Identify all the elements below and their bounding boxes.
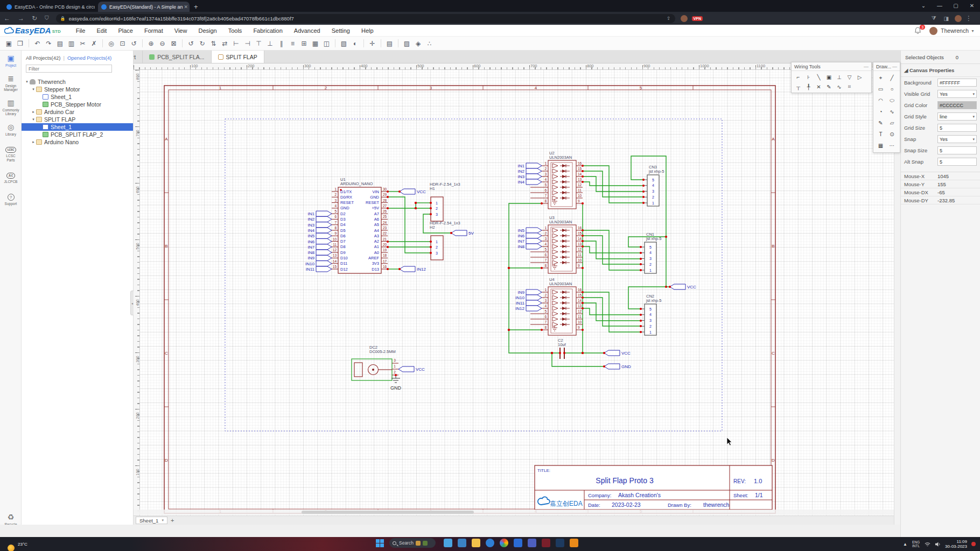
net-port-tool-icon[interactable]: ▷: [855, 72, 865, 82]
horizontal-scrollbar-thumb[interactable]: [302, 511, 474, 514]
distribute-horizontal-button[interactable]: ∥: [276, 38, 286, 48]
tree-item-pcb-stepper-motor[interactable]: PCB_Stepper Motor: [22, 101, 133, 108]
bom-button[interactable]: ▤: [384, 38, 395, 48]
taskbar-app-file-explorer[interactable]: [472, 539, 480, 547]
sidebar-item-support[interactable]: ?Support: [0, 187, 22, 209]
cut-button[interactable]: ✂: [78, 38, 88, 48]
history-button[interactable]: ↺: [129, 38, 139, 48]
search-button[interactable]: ◎: [106, 38, 116, 48]
component-u2-uln2003an[interactable]: U2ULN2003AN11621531441351261171089IN1IN2…: [518, 151, 583, 209]
property-input[interactable]: 5: [937, 158, 977, 166]
ground-tool-icon[interactable]: ▽: [844, 72, 855, 82]
copy-button[interactable]: ▤: [55, 38, 65, 48]
new-tab-button[interactable]: +: [194, 3, 198, 12]
component-u3-uln2003an[interactable]: U3ULN2003AN11621531441351261171089IN5IN6…: [518, 215, 583, 273]
select-tool-icon[interactable]: ⌖: [875, 72, 886, 83]
property-swatch[interactable]: #CCCCCC: [937, 101, 977, 109]
sidebar-item-project[interactable]: ▣Project: [0, 51, 22, 71]
flip-horizontal-button[interactable]: ⇄: [220, 38, 230, 48]
pie-tool-icon[interactable]: ◔: [875, 106, 886, 117]
zoom-out-button[interactable]: ⊖: [157, 38, 167, 48]
minimize-palette-icon[interactable]: —: [864, 64, 869, 69]
profile-avatar[interactable]: [955, 15, 962, 22]
sidebar-item-commonly-library[interactable]: ▥Commonly Library: [0, 95, 22, 119]
taskbar-app-task-view[interactable]: [444, 539, 452, 547]
tab-close-icon[interactable]: ✕: [183, 4, 190, 10]
rotate-left-button[interactable]: ↺: [186, 38, 196, 48]
net-flag-vcc-tool-icon[interactable]: ┬: [793, 82, 803, 91]
menu-fabrication[interactable]: Fabrication: [253, 27, 282, 34]
no-connect-tool-icon[interactable]: ✕: [814, 82, 824, 91]
doc-tab-split-flap[interactable]: SPLIT FLAP: [212, 51, 264, 63]
taskbar-app-teams[interactable]: [528, 539, 536, 547]
component-cn2-connector[interactable]: CN2jst xhp-554321: [641, 294, 661, 335]
user-name[interactable]: Thewrench: [941, 27, 969, 34]
weather-widget[interactable]: 23°C Haze: [8, 538, 27, 551]
wire-tool-icon[interactable]: ⌐: [793, 72, 803, 82]
net-flag-vcc[interactable]: VCC: [604, 350, 631, 356]
taskbar-app-edge[interactable]: [486, 539, 494, 547]
user-avatar[interactable]: [929, 27, 937, 35]
tray-chevron-icon[interactable]: ▲: [903, 542, 907, 547]
circle-tool-icon[interactable]: ○: [886, 83, 898, 95]
tree-item-split-flap[interactable]: ▾SPLIT FLAP: [22, 116, 133, 123]
menu-kebab-icon[interactable]: ⋮: [965, 15, 972, 22]
line-tool-icon[interactable]: ╱: [886, 72, 898, 83]
sheet-tab[interactable]: Sheet_1 ▾: [136, 517, 167, 524]
vpn-extension-icon[interactable]: VPN: [692, 16, 703, 21]
pencil-tool-icon[interactable]: ✎: [875, 117, 886, 129]
sidebar-item-library[interactable]: ◎Library: [0, 119, 22, 140]
property-input[interactable]: 5: [937, 146, 977, 154]
url-bar[interactable]: 🔒 easyeda.com/editor#id=168fe7eaf1374a15…: [56, 14, 675, 23]
net-flag-vcc[interactable]: VCC: [398, 366, 425, 372]
zoom-in-button[interactable]: ⊕: [146, 38, 156, 48]
menu-design[interactable]: Design: [198, 27, 216, 34]
net-flag-5v[interactable]: 5V: [451, 230, 474, 236]
share-icon[interactable]: ⇪: [667, 16, 671, 21]
sidebar-item-jlcpcb[interactable]: JLCJLCPCB: [0, 165, 22, 187]
canvas-properties-header[interactable]: ◢ Canvas Properties: [901, 64, 980, 77]
menu-file[interactable]: File: [76, 27, 86, 34]
tree-item-pcb-split-flap-2[interactable]: PCB_SPLIT FLAP_2: [22, 131, 133, 138]
component-cn1-connector[interactable]: CN1jst xhp-554321: [641, 232, 661, 273]
wave-tool-icon[interactable]: ∿: [886, 106, 898, 117]
net-flag-vcc[interactable]: VCC: [670, 284, 696, 289]
search-box[interactable]: Search: [389, 538, 436, 548]
taskbar-app-chrome[interactable]: [500, 539, 508, 547]
menu-place[interactable]: Place: [118, 27, 133, 34]
align-left-button[interactable]: ⊢: [231, 38, 241, 48]
image-export-button[interactable]: ▧: [339, 38, 349, 48]
component-u1-arduino-nano[interactable]: U1ARDUINO_NANO1D1/TX2D0/RX3RESET4GND5D2I…: [305, 177, 388, 273]
net-flag-in12[interactable]: IN12: [400, 266, 426, 272]
add-sheet-button[interactable]: +: [171, 517, 174, 524]
component-h2-header[interactable]: HDR-F-2.54_1x3H2123: [430, 221, 460, 260]
tab-search-icon[interactable]: ⌄: [915, 3, 932, 9]
zoom-window-button[interactable]: ⊡: [117, 38, 128, 48]
net-label-tool-icon[interactable]: ▣: [824, 72, 834, 82]
redo-button[interactable]: ↷: [44, 38, 54, 48]
menu-tools[interactable]: Tools: [228, 27, 242, 34]
tree-item-sheet-1[interactable]: Sheet_1: [22, 93, 133, 101]
menu-setting[interactable]: Setting: [332, 27, 350, 34]
horizontal-scrollbar[interactable]: [134, 510, 894, 515]
minimize-palette-icon[interactable]: —: [892, 64, 897, 69]
tree-item-thewrench[interactable]: ▾Thewrench: [22, 78, 133, 86]
align-bottom-button[interactable]: ⊥: [265, 38, 275, 48]
component-c2-capacitor[interactable]: C210uf: [558, 338, 566, 359]
component-u4-uln2003an[interactable]: U4ULN2003AN11621531441351261171089IN9IN1…: [515, 277, 583, 335]
close-button[interactable]: ✕: [964, 3, 980, 9]
undo-button[interactable]: ↶: [32, 38, 43, 48]
component-cn3-connector[interactable]: CN3jst xhp-554321: [643, 165, 664, 206]
menu-edit[interactable]: Edit: [96, 27, 107, 34]
ellipse-tool-icon[interactable]: ⬭: [886, 95, 898, 106]
sidebar-item-design-manager[interactable]: ≣Design Manager: [0, 71, 22, 95]
net-flag-vcc[interactable]: VCC: [400, 189, 426, 194]
paste-button[interactable]: ▥: [66, 38, 76, 48]
arc-tool-icon[interactable]: ◠: [875, 95, 886, 106]
component-dc2-jack[interactable]: DC2DC005-2.5MM312GND: [352, 345, 402, 391]
delete-button[interactable]: ✗: [89, 38, 99, 48]
tree-arrow-icon[interactable]: ▾: [25, 80, 29, 84]
network-icon[interactable]: [925, 541, 930, 547]
tree-item-stepper-motor[interactable]: ▾Stepper Motor: [22, 86, 133, 93]
start-button-icon[interactable]: [376, 539, 384, 547]
